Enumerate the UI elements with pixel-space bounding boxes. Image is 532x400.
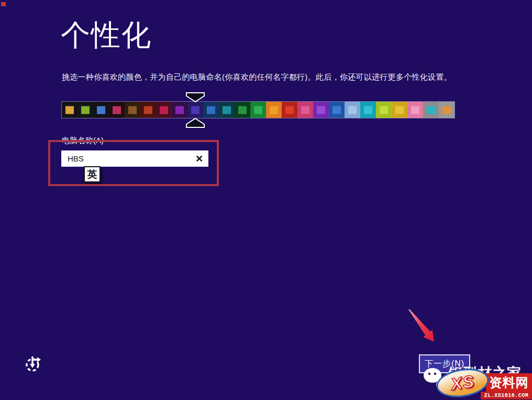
color-swatch: [332, 106, 341, 114]
color-cell[interactable]: [235, 102, 250, 118]
color-cell[interactable]: [345, 102, 360, 118]
color-cell[interactable]: [187, 102, 203, 118]
color-swatch: [81, 106, 90, 114]
annotation-arrow-icon: [408, 308, 437, 346]
logo-xs-text: XS: [450, 372, 476, 395]
color-swatch: [427, 106, 435, 114]
color-swatch: [270, 106, 278, 114]
color-swatch: [395, 106, 404, 114]
color-swatch: [144, 106, 152, 114]
color-cell[interactable]: [93, 102, 109, 118]
color-cell[interactable]: [282, 102, 297, 118]
color-swatch: [191, 106, 199, 114]
color-swatch: [113, 106, 121, 114]
color-swatch: [238, 106, 247, 114]
color-cell[interactable]: [392, 102, 407, 118]
color-swatch: [380, 106, 388, 114]
color-strip[interactable]: [61, 101, 455, 118]
color-swatch: [128, 106, 137, 114]
color-swatch: [442, 106, 451, 114]
color-swatch: [348, 106, 357, 114]
color-cell[interactable]: [77, 102, 93, 118]
logo-url-text: ZL.XS1616.COM: [481, 392, 532, 399]
color-cell[interactable]: [329, 102, 345, 118]
color-swatch: [175, 106, 184, 114]
color-slider-marker-bottom-icon[interactable]: [185, 117, 205, 128]
page-title: 个性化: [61, 16, 152, 56]
ease-of-access-icon[interactable]: [24, 355, 42, 374]
color-cell[interactable]: [266, 102, 282, 118]
color-cell[interactable]: [360, 102, 376, 118]
color-swatch: [317, 106, 325, 114]
color-cell[interactable]: [125, 102, 140, 118]
color-swatch: [411, 106, 419, 114]
color-cell[interactable]: [62, 102, 77, 118]
color-cell[interactable]: [423, 102, 439, 118]
artifact-red-dot: [1, 2, 6, 6]
color-cell[interactable]: [313, 102, 329, 118]
site-logo: 资料网 ZL.XS1616.COM XS: [436, 367, 532, 399]
color-cell[interactable]: [109, 102, 125, 118]
color-cell[interactable]: [140, 102, 156, 118]
color-swatch: [207, 106, 215, 114]
color-swatch: [97, 106, 105, 114]
color-swatch: [223, 106, 231, 114]
color-cell[interactable]: [407, 102, 423, 118]
color-cell[interactable]: [203, 102, 219, 118]
color-cell[interactable]: [439, 102, 455, 118]
oobe-personalize-screen: 个性化 挑选一种你喜欢的颜色，并为自己的电脑命名(你喜欢的任何名字都行)。此后，…: [0, 0, 532, 400]
instruction-text: 挑选一种你喜欢的颜色，并为自己的电脑命名(你喜欢的任何名字都行)。此后，你还可以…: [62, 72, 460, 82]
logo-name-text: 资料网: [486, 373, 532, 392]
color-swatch: [285, 106, 294, 114]
color-cell[interactable]: [156, 102, 172, 118]
color-swatch: [254, 106, 262, 114]
annotation-highlight-box: [48, 140, 219, 186]
color-cell[interactable]: [219, 102, 235, 118]
color-cell[interactable]: [376, 102, 392, 118]
color-cell[interactable]: [250, 102, 266, 118]
color-cell[interactable]: [297, 102, 313, 118]
color-swatch: [364, 106, 372, 114]
color-swatch: [301, 106, 309, 114]
color-cell[interactable]: [172, 102, 187, 118]
color-slider-marker-top-icon[interactable]: [185, 92, 205, 103]
color-swatch: [65, 106, 74, 114]
color-swatch: [160, 106, 168, 114]
